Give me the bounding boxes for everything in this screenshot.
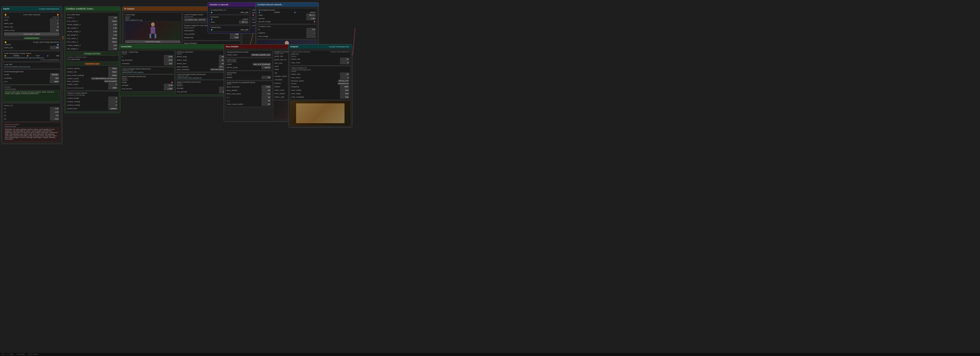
s1-value: 1.30 (50, 107, 59, 110)
segs-feather: 35 (262, 76, 271, 79)
basic-pipe-out: basic_pipe (241, 29, 248, 30)
model-sampling-label: ModelSamplingDiscrete (4, 70, 24, 73)
seed-value: ... (50, 18, 59, 21)
outputs-node: Outputs ComfyUI-VideoHelperSuite ComfyUI… (288, 44, 352, 128)
apply-cn-depth-label: Apply ControlNet (Advanced) (122, 75, 173, 78)
status-bar: X: 0 Y: 0 (0) Z: 64 (64) FPS: 28.36 (0, 352, 980, 356)
images-label: images ▶ (52, 16, 59, 18)
neural-network-header: ComfyUI Neural network... (256, 3, 318, 7)
ksampler-label: KSampler (210, 16, 248, 18)
lora-cw1: 1.00 (108, 27, 118, 30)
choose-video-button[interactable]: choose video to upload (4, 32, 59, 35)
sam-device: AUTO (262, 66, 271, 69)
context-length: 4 (108, 97, 118, 100)
pose-model: models/control_sd15_openpose.pt (177, 77, 228, 79)
svg-point-0 (151, 22, 155, 27)
context-options: None (108, 67, 118, 70)
negative-text[interactable]: illustration, 3d, sepia, painting, carto… (4, 128, 59, 141)
save-output: true (340, 89, 349, 92)
lora-name2: None (108, 37, 118, 40)
lora-cw2: 1.00 (108, 34, 118, 37)
lora-mw2: 1.00 (108, 30, 118, 33)
lora-switch1: On (108, 16, 118, 19)
svg-rect-1 (151, 27, 155, 34)
depth-end: 1.000 (164, 87, 173, 90)
image-label: IMAGE (4, 16, 10, 18)
inputs-title: Inputs (3, 8, 10, 10)
sy: 10 (262, 99, 271, 102)
cr-apply-lora-badge: CR Apply LoRA Stack (84, 53, 101, 55)
coords-y: Y: 0 (0) (7, 353, 13, 355)
noise-mask-feather: 20 (262, 103, 271, 106)
vae-name: vae-ft-mse-840000-ema-pruned.ckpt (4, 66, 59, 68)
format: video/h264-mp4 (337, 82, 349, 85)
neural-upscale: 1.50 (307, 17, 316, 20)
latent-label-s: LATENT (242, 18, 248, 20)
sam-model: sam_vit_b_01ec64.pth (253, 63, 271, 65)
lora-mw3: 1.00 (108, 44, 118, 47)
ip-model-file: ip-adapter-plus_sd15.bin (185, 19, 205, 21)
checkpoint-name: SFW5st80SFW/realisticBrainH02_bakeVae.sa… (4, 57, 59, 59)
filename-prefix: filename_prefix (338, 80, 349, 82)
svg-rect-2 (150, 34, 151, 38)
load-model-settings: None (108, 74, 118, 77)
outputs-header: Outputs ComfyUI-VideoHelperSuite (288, 45, 352, 49)
apply-ipadapter-label: Apply IPAdapter (184, 42, 197, 44)
motion-model: mm_HighQualityBinary_v01.safetensors (91, 77, 118, 80)
sharpening: 0.00 (230, 36, 239, 39)
prompt-text[interactable]: solo girl, whole body, full body, slim b… (4, 90, 59, 102)
from-basic-pipe-label: FromBasicPipe_v2 (210, 9, 248, 11)
bbox-threshold: 0.50 (262, 85, 271, 88)
motion-scale: 1 (108, 83, 118, 86)
coords-z: Z: 64 (64) (17, 353, 25, 355)
apply-cn-pose-label: Apply ControlNet (Advanced) (177, 81, 228, 83)
inputs-node: Inputs ComfyUI-VideoHelperSuite Load Vid… (1, 6, 62, 144)
svg-rect-3 (154, 34, 156, 38)
cn-model-pose-label: Load ControlNet Model (Advanced) (177, 73, 228, 75)
animatediff-loader-badge: AnimateDiff Loader (84, 63, 100, 65)
depth-res: 512 (164, 62, 173, 65)
neg-prompt-label: Negative Prompt (4, 124, 59, 125)
basic-pipe-label: basic_pipe (241, 11, 248, 13)
outputs-title: Outputs (290, 45, 298, 48)
lora-node: ComfyUI_Comfyroll_Custo... CR LoRA Stack… (64, 6, 121, 113)
lora-name1: None (108, 20, 118, 22)
load-ip-model-label: Load IP-Adapter Model (184, 14, 203, 16)
frame-size-value: 0 (50, 26, 59, 29)
depth-s: 6.39 (164, 55, 173, 58)
video-combine-label: Video Combine #2 (291, 67, 349, 69)
color-metadata: true (340, 96, 349, 99)
cr-lora-stack-label: CR LoRA Stack (67, 14, 80, 16)
inputs-header: Inputs ComfyUI-VideoHelperSuite (2, 7, 62, 11)
prompt-section-label: Prompt (4, 86, 59, 88)
rife-label: RIFE VFI (291, 53, 299, 55)
pingpong: false (340, 85, 349, 88)
comfy-cust-label: ComfyUI_Cust... (258, 26, 316, 27)
empty-latent-label: Empty Latent Image (Big Batch) (33, 41, 59, 43)
sx: 10 (262, 96, 271, 99)
s2-value: 1.43 (50, 110, 59, 113)
fps-display: FPS: 28.36 (29, 353, 38, 355)
outputs-suite: ComfyUI-VideoHelperSuite (328, 46, 350, 48)
motion-lora: None (108, 70, 118, 73)
closed-loop: uniform (108, 107, 118, 110)
load-checkpoint-label: Load Checkpoint w/ Noise Select (4, 53, 31, 54)
bbox-crop: 3.0 (262, 92, 271, 95)
frame-rate: 12 (340, 57, 349, 61)
dwpose-label: DWPose Estimation (177, 51, 228, 53)
load-video-label: Load Video (Upload) (23, 14, 40, 16)
ip-adapter-title: IP Adapter (124, 8, 135, 10)
file-name: 00014-3965204757.png (125, 19, 180, 21)
bbox-dilation: 10 (262, 89, 271, 92)
inputs-suite: ComfyUI-VideoHelperSuite (38, 8, 60, 10)
neural-steps: SD 1.x (307, 14, 316, 17)
node-canvas: Inputs ComfyUI-VideoHelperSuite Load Vid… (0, 0, 980, 356)
neural-title: ComfyUI Neural network... (257, 3, 283, 6)
choose-file-button[interactable]: choose file to upload (125, 40, 180, 43)
b2-value: 0.20 (50, 117, 59, 120)
depth-strength: 0.78 (164, 84, 173, 87)
b1-value: 0.4 (50, 114, 59, 117)
segs-paste-label: SEGSPaste (227, 72, 271, 74)
face-detailer-title: Face Detailer (226, 45, 239, 48)
lora-mw1: 1.00 (108, 23, 118, 26)
